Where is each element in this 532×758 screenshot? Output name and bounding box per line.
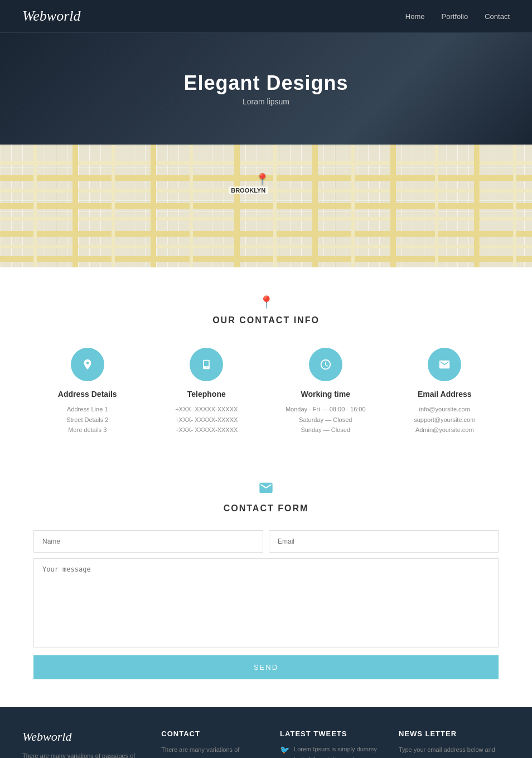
telephone-title: Telephone xyxy=(153,390,261,399)
map-road xyxy=(0,245,532,248)
address-text: Address Line 1 Street Details 2 More det… xyxy=(33,404,142,435)
map-road xyxy=(72,145,78,267)
hero-content: Elegant Designs Loram lipsum xyxy=(183,71,348,106)
footer-tweets-title: LATEST TWEETS xyxy=(280,730,382,738)
contact-info-title: OUR CONTACT INFO xyxy=(33,315,499,325)
footer: Webworld There are many variations of pa… xyxy=(0,707,532,758)
map-road xyxy=(0,217,532,220)
contact-card-telephone: Telephone +XXX- XXXXX-XXXXX +XXX- XXXXX-… xyxy=(153,348,261,435)
map-road xyxy=(474,145,480,267)
hero-subtitle: Loram lipsum xyxy=(183,97,348,106)
footer-tweet-1: 🐦 Lorem Ipsum is simply dummy text of th… xyxy=(280,745,382,758)
footer-contact-text: There are many variations of passages of… xyxy=(161,745,263,758)
map-road xyxy=(33,145,37,267)
map-grid xyxy=(0,145,532,267)
nav-links: Home Portfolio Contact xyxy=(405,12,510,21)
email-title: Email Address xyxy=(391,390,499,399)
telephone-text: +XXX- XXXXX-XXXXX +XXX- XXXXX-XXXXX +XXX… xyxy=(153,404,261,435)
footer-contact-title: CONTACT xyxy=(161,730,263,738)
contact-form-section: CONTACT FORM SEND xyxy=(0,458,532,707)
footer-newsletter-title: NEWS LETTER xyxy=(399,730,510,738)
address-icon xyxy=(71,348,104,381)
hero-title: Elegant Designs xyxy=(183,71,348,95)
working-time-title: Working time xyxy=(272,390,380,399)
footer-brand: Webworld xyxy=(22,730,144,744)
footer-col-brand: Webworld There are many variations of pa… xyxy=(22,730,144,758)
email-icon xyxy=(428,348,461,381)
clock-icon xyxy=(309,348,342,381)
map-road xyxy=(273,145,277,267)
map-road xyxy=(0,231,532,237)
footer-desc: There are many variations of passages of… xyxy=(22,751,144,758)
contact-cards: Address Details Address Line 1 Street De… xyxy=(33,348,499,435)
map-road xyxy=(513,145,516,267)
map-road xyxy=(151,145,156,267)
map-road xyxy=(0,161,532,165)
section-pin-icon: 📍 xyxy=(33,295,499,310)
map-road xyxy=(0,203,532,209)
telephone-icon xyxy=(190,348,223,381)
nav-contact[interactable]: Contact xyxy=(485,12,510,21)
footer-newsletter-text: Type your email address below and recive… xyxy=(399,745,510,758)
section-title-bold: CONTACT INFO xyxy=(239,315,320,325)
hero-section: Elegant Designs Loram lipsum xyxy=(0,33,532,145)
form-row-name-email xyxy=(33,530,499,553)
name-input[interactable] xyxy=(33,530,263,553)
footer-grid: Webworld There are many variations of pa… xyxy=(22,730,510,758)
form-title: CONTACT FORM xyxy=(33,503,499,514)
map-road xyxy=(312,145,318,267)
form-email-icon xyxy=(33,480,499,499)
map-road xyxy=(0,256,532,262)
navbar: Webworld Home Portfolio Contact xyxy=(0,0,532,32)
send-button[interactable]: SEND xyxy=(33,655,499,679)
nav-home[interactable]: Home xyxy=(405,12,425,21)
map-background: 📍 BROOKLYN xyxy=(0,145,532,267)
nav-portfolio[interactable]: Portfolio xyxy=(441,12,468,21)
map-section: 📍 BROOKLYN xyxy=(0,145,532,267)
map-road xyxy=(112,145,115,267)
footer-tweet-text-1: Lorem Ipsum is simply dummy text of the … xyxy=(294,745,382,758)
contact-info-section: 📍 OUR CONTACT INFO Address Details Addre… xyxy=(0,267,532,458)
contact-card-working-time: Working time Monday - Fri — 08:00 - 16:0… xyxy=(272,348,380,435)
contact-card-email: Email Address info@yoursite.com support@… xyxy=(391,348,499,435)
twitter-icon-1: 🐦 xyxy=(280,745,289,758)
map-road xyxy=(390,145,396,267)
map-road xyxy=(435,145,438,267)
contact-card-address: Address Details Address Line 1 Street De… xyxy=(33,348,142,435)
map-road xyxy=(351,145,355,267)
footer-col-newsletter: NEWS LETTER Type your email address belo… xyxy=(399,730,510,758)
working-time-text: Monday - Fri — 08:00 - 16:00 Saturday — … xyxy=(272,404,380,435)
address-title: Address Details xyxy=(33,390,142,399)
map-pin: 📍 xyxy=(255,172,269,186)
map-road xyxy=(190,145,193,267)
message-textarea[interactable] xyxy=(33,558,499,647)
footer-col-contact: CONTACT There are many variations of pas… xyxy=(161,730,263,758)
map-location-label: BROOKLYN xyxy=(229,186,268,194)
map-road xyxy=(234,145,240,267)
footer-col-tweets: LATEST TWEETS 🐦 Lorem Ipsum is simply du… xyxy=(280,730,382,758)
brand-logo: Webworld xyxy=(22,8,81,25)
email-text: info@yoursite.com support@yoursite.com A… xyxy=(391,404,499,435)
email-input[interactable] xyxy=(269,530,499,553)
